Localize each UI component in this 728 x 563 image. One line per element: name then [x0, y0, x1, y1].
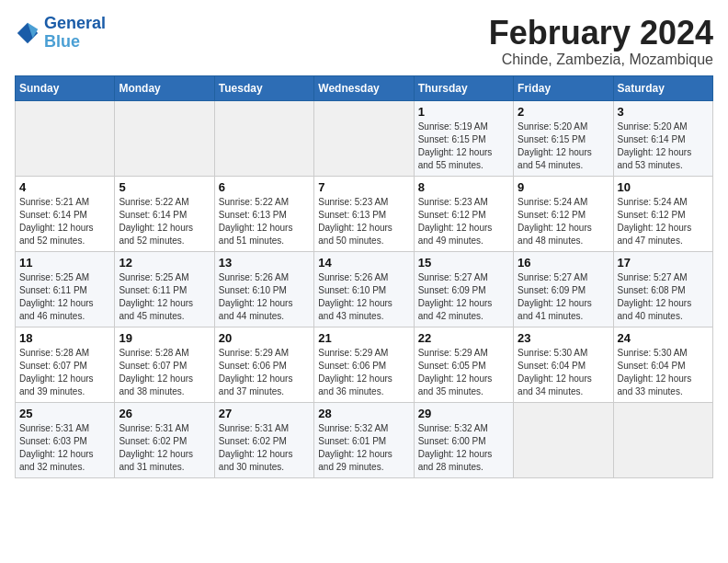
day-cell: 29Sunrise: 5:32 AM Sunset: 6:00 PM Dayli…	[414, 402, 513, 477]
weekday-header-sunday: Sunday	[16, 75, 115, 100]
day-number: 22	[418, 331, 509, 345]
day-info: Sunrise: 5:30 AM Sunset: 6:04 PM Dayligh…	[518, 347, 609, 398]
day-number: 1	[418, 105, 509, 119]
day-number: 5	[119, 180, 210, 194]
day-cell	[514, 402, 613, 477]
day-number: 23	[518, 331, 609, 345]
day-number: 13	[219, 256, 310, 270]
day-cell: 16Sunrise: 5:27 AM Sunset: 6:09 PM Dayli…	[514, 251, 613, 327]
day-cell: 8Sunrise: 5:23 AM Sunset: 6:12 PM Daylig…	[414, 176, 513, 251]
day-info: Sunrise: 5:31 AM Sunset: 6:02 PM Dayligh…	[119, 422, 210, 474]
day-info: Sunrise: 5:27 AM Sunset: 6:08 PM Dayligh…	[618, 271, 709, 323]
day-cell: 26Sunrise: 5:31 AM Sunset: 6:02 PM Dayli…	[115, 402, 214, 477]
day-info: Sunrise: 5:32 AM Sunset: 6:00 PM Dayligh…	[418, 422, 509, 474]
day-info: Sunrise: 5:29 AM Sunset: 6:06 PM Dayligh…	[219, 347, 310, 398]
day-cell: 14Sunrise: 5:26 AM Sunset: 6:10 PM Dayli…	[314, 251, 414, 327]
day-number: 7	[318, 180, 409, 194]
day-number: 11	[19, 256, 110, 270]
day-cell: 28Sunrise: 5:32 AM Sunset: 6:01 PM Dayli…	[314, 402, 414, 477]
day-info: Sunrise: 5:25 AM Sunset: 6:11 PM Dayligh…	[19, 271, 110, 323]
day-cell: 23Sunrise: 5:30 AM Sunset: 6:04 PM Dayli…	[514, 327, 613, 402]
day-info: Sunrise: 5:19 AM Sunset: 6:15 PM Dayligh…	[418, 121, 509, 172]
day-cell	[314, 100, 414, 176]
day-cell: 6Sunrise: 5:22 AM Sunset: 6:13 PM Daylig…	[214, 176, 313, 251]
page-header: General Blue February 2024 Chinde, Zambe…	[15, 15, 713, 68]
day-cell: 15Sunrise: 5:27 AM Sunset: 6:09 PM Dayli…	[414, 251, 513, 327]
day-info: Sunrise: 5:26 AM Sunset: 6:10 PM Dayligh…	[219, 271, 310, 323]
day-cell: 22Sunrise: 5:29 AM Sunset: 6:05 PM Dayli…	[414, 327, 513, 402]
day-number: 26	[119, 407, 210, 420]
day-number: 2	[518, 105, 609, 119]
day-number: 3	[618, 105, 709, 119]
day-info: Sunrise: 5:20 AM Sunset: 6:14 PM Dayligh…	[618, 121, 709, 172]
day-info: Sunrise: 5:23 AM Sunset: 6:13 PM Dayligh…	[318, 196, 409, 247]
day-info: Sunrise: 5:29 AM Sunset: 6:06 PM Dayligh…	[318, 347, 409, 398]
week-row-3: 11Sunrise: 5:25 AM Sunset: 6:11 PM Dayli…	[16, 251, 713, 327]
day-info: Sunrise: 5:31 AM Sunset: 6:03 PM Dayligh…	[19, 422, 110, 474]
day-info: Sunrise: 5:29 AM Sunset: 6:05 PM Dayligh…	[418, 347, 509, 398]
day-number: 4	[19, 180, 110, 194]
day-number: 15	[418, 256, 509, 270]
day-info: Sunrise: 5:28 AM Sunset: 6:07 PM Dayligh…	[119, 347, 210, 398]
day-number: 10	[618, 180, 709, 194]
day-cell: 11Sunrise: 5:25 AM Sunset: 6:11 PM Dayli…	[16, 251, 115, 327]
day-info: Sunrise: 5:22 AM Sunset: 6:14 PM Dayligh…	[119, 196, 210, 247]
day-cell	[115, 100, 214, 176]
day-cell: 19Sunrise: 5:28 AM Sunset: 6:07 PM Dayli…	[115, 327, 214, 402]
day-cell: 13Sunrise: 5:26 AM Sunset: 6:10 PM Dayli…	[214, 251, 313, 327]
day-number: 12	[119, 256, 210, 270]
calendar-table: SundayMondayTuesdayWednesdayThursdayFrid…	[15, 75, 713, 478]
day-info: Sunrise: 5:24 AM Sunset: 6:12 PM Dayligh…	[618, 196, 709, 247]
day-number: 6	[219, 180, 310, 194]
day-cell: 7Sunrise: 5:23 AM Sunset: 6:13 PM Daylig…	[314, 176, 414, 251]
day-number: 16	[518, 256, 609, 270]
week-row-4: 18Sunrise: 5:28 AM Sunset: 6:07 PM Dayli…	[16, 327, 713, 402]
day-cell: 25Sunrise: 5:31 AM Sunset: 6:03 PM Dayli…	[16, 402, 115, 477]
day-number: 18	[19, 331, 110, 345]
day-info: Sunrise: 5:24 AM Sunset: 6:12 PM Dayligh…	[518, 196, 609, 247]
day-number: 14	[318, 256, 409, 270]
page-subtitle: Chinde, Zambezia, Mozambique	[489, 52, 713, 68]
day-info: Sunrise: 5:27 AM Sunset: 6:09 PM Dayligh…	[518, 271, 609, 323]
day-cell: 17Sunrise: 5:27 AM Sunset: 6:08 PM Dayli…	[613, 251, 712, 327]
day-number: 27	[219, 407, 310, 420]
day-info: Sunrise: 5:32 AM Sunset: 6:01 PM Dayligh…	[318, 422, 409, 474]
week-row-5: 25Sunrise: 5:31 AM Sunset: 6:03 PM Dayli…	[16, 402, 713, 477]
day-cell	[613, 402, 712, 477]
day-info: Sunrise: 5:31 AM Sunset: 6:02 PM Dayligh…	[219, 422, 310, 474]
weekday-header-saturday: Saturday	[613, 75, 712, 100]
weekday-header-thursday: Thursday	[414, 75, 513, 100]
day-number: 25	[19, 407, 110, 420]
day-info: Sunrise: 5:21 AM Sunset: 6:14 PM Dayligh…	[19, 196, 110, 247]
day-number: 20	[219, 331, 310, 345]
day-cell: 2Sunrise: 5:20 AM Sunset: 6:15 PM Daylig…	[514, 100, 613, 176]
day-cell	[16, 100, 115, 176]
day-cell: 4Sunrise: 5:21 AM Sunset: 6:14 PM Daylig…	[16, 176, 115, 251]
day-info: Sunrise: 5:27 AM Sunset: 6:09 PM Dayligh…	[418, 271, 509, 323]
weekday-header-tuesday: Tuesday	[214, 75, 313, 100]
day-cell: 20Sunrise: 5:29 AM Sunset: 6:06 PM Dayli…	[214, 327, 313, 402]
day-number: 21	[318, 331, 409, 345]
day-number: 17	[618, 256, 709, 270]
day-cell: 12Sunrise: 5:25 AM Sunset: 6:11 PM Dayli…	[115, 251, 214, 327]
title-block: February 2024 Chinde, Zambezia, Mozambiq…	[489, 15, 713, 68]
day-cell: 27Sunrise: 5:31 AM Sunset: 6:02 PM Dayli…	[214, 402, 313, 477]
week-row-2: 4Sunrise: 5:21 AM Sunset: 6:14 PM Daylig…	[16, 176, 713, 251]
weekday-header-friday: Friday	[514, 75, 613, 100]
day-cell: 18Sunrise: 5:28 AM Sunset: 6:07 PM Dayli…	[16, 327, 115, 402]
weekday-header-wednesday: Wednesday	[314, 75, 414, 100]
page-title: February 2024	[489, 15, 713, 52]
weekday-header-monday: Monday	[115, 75, 214, 100]
calendar-body: 1Sunrise: 5:19 AM Sunset: 6:15 PM Daylig…	[16, 100, 713, 477]
week-row-1: 1Sunrise: 5:19 AM Sunset: 6:15 PM Daylig…	[16, 100, 713, 176]
day-info: Sunrise: 5:26 AM Sunset: 6:10 PM Dayligh…	[318, 271, 409, 323]
day-cell: 21Sunrise: 5:29 AM Sunset: 6:06 PM Dayli…	[314, 327, 414, 402]
weekday-header: SundayMondayTuesdayWednesdayThursdayFrid…	[16, 75, 713, 100]
day-number: 28	[318, 407, 409, 420]
day-info: Sunrise: 5:28 AM Sunset: 6:07 PM Dayligh…	[19, 347, 110, 398]
day-cell: 3Sunrise: 5:20 AM Sunset: 6:14 PM Daylig…	[613, 100, 712, 176]
day-number: 24	[618, 331, 709, 345]
day-number: 8	[418, 180, 509, 194]
logo-text: General Blue	[44, 15, 106, 52]
day-info: Sunrise: 5:20 AM Sunset: 6:15 PM Dayligh…	[518, 121, 609, 172]
